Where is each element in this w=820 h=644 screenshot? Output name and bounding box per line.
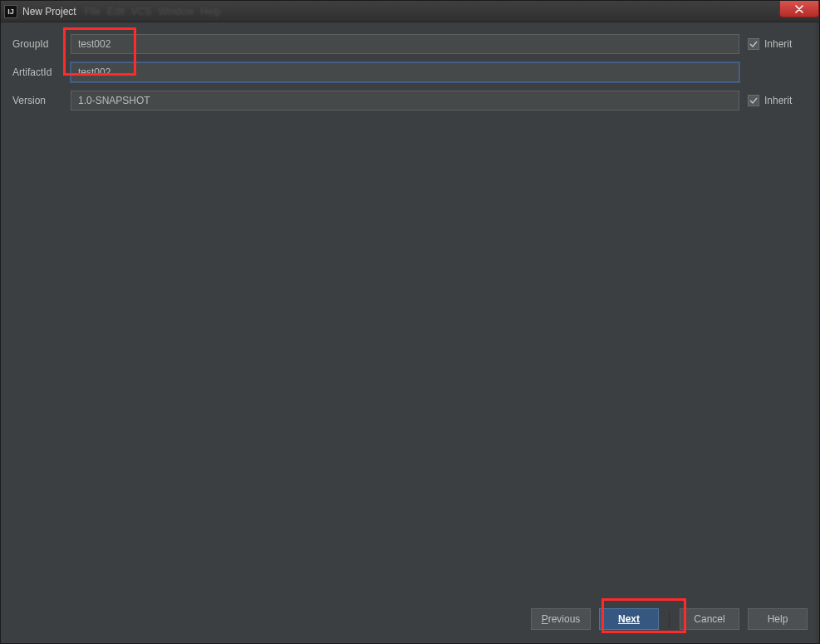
previous-button[interactable]: Previous bbox=[531, 608, 591, 630]
check-icon bbox=[749, 40, 758, 48]
form-area: GroupId Inherit ArtifactId Version bbox=[1, 22, 819, 605]
help-button[interactable]: Help bbox=[748, 608, 808, 630]
intellij-icon: IJ bbox=[4, 5, 17, 18]
version-inherit-label: Inherit bbox=[764, 95, 792, 106]
version-row: Version Inherit bbox=[12, 91, 808, 111]
new-project-window: IJ New Project File Edit VCS Window Help… bbox=[0, 0, 820, 644]
groupid-row: GroupId Inherit bbox=[12, 34, 808, 54]
artifactid-input[interactable] bbox=[71, 62, 739, 82]
groupid-inherit[interactable]: Inherit bbox=[748, 38, 808, 50]
groupid-label: GroupId bbox=[12, 38, 62, 50]
window-title: New Project bbox=[22, 6, 76, 17]
background-menu: File Edit VCS Window Help bbox=[85, 6, 221, 17]
artifactid-row: ArtifactId bbox=[12, 62, 808, 82]
titlebar: IJ New Project File Edit VCS Window Help bbox=[1, 1, 819, 22]
version-inherit-checkbox[interactable] bbox=[748, 95, 759, 106]
version-inherit[interactable]: Inherit bbox=[748, 95, 808, 106]
groupid-inherit-label: Inherit bbox=[764, 38, 792, 50]
close-icon bbox=[794, 5, 804, 13]
button-bar: Previous Next Cancel Help bbox=[1, 605, 819, 643]
artifactid-label: ArtifactId bbox=[12, 66, 62, 78]
next-button[interactable]: Next bbox=[599, 608, 659, 630]
groupid-input[interactable] bbox=[71, 34, 739, 54]
groupid-inherit-checkbox[interactable] bbox=[748, 38, 759, 50]
version-label: Version bbox=[12, 95, 62, 106]
close-button[interactable] bbox=[779, 1, 819, 17]
version-input[interactable] bbox=[71, 91, 739, 111]
button-separator bbox=[669, 610, 670, 628]
cancel-button[interactable]: Cancel bbox=[680, 608, 739, 630]
check-icon bbox=[749, 96, 758, 105]
